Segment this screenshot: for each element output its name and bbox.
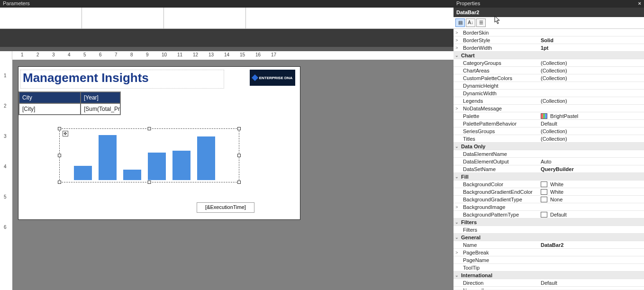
property-row[interactable]: >BorderSkin [454,29,644,36]
expand-icon[interactable]: > [454,106,460,111]
property-row[interactable]: DynamicWidth [454,90,644,97]
selected-object-name[interactable]: DataBar2 [454,8,644,17]
property-row[interactable]: Filters [454,226,644,234]
property-value[interactable]: 1pt [539,45,644,51]
expand-icon[interactable]: ⌄ [454,53,460,58]
property-row[interactable]: NumeralLanguage [454,287,644,290]
resize-handle[interactable] [58,181,61,184]
property-row[interactable]: DataSetNameQueryBuilder [454,165,644,173]
expand-icon[interactable]: ⌄ [454,273,460,278]
property-row[interactable]: BackgroundColorWhite [454,181,644,188]
property-row[interactable]: ChartAreas(Collection) [454,67,644,74]
property-value[interactable]: (Collection) [539,128,644,134]
move-grip-icon[interactable]: ✥ [63,131,68,136]
properties-list[interactable]: >BorderSkin>BorderStyleSolid>BorderWidth… [454,29,644,290]
property-row[interactable]: NameDataBar2 [454,241,644,249]
property-category[interactable]: ⌄Chart [454,52,644,59]
property-category[interactable]: ⌄General [454,234,644,241]
categorized-button[interactable]: ▤ [455,18,465,27]
report-body[interactable]: Management Insights ENTERPRISE DNA City … [18,66,300,220]
property-row[interactable]: DynamicHeight [454,82,644,90]
property-value[interactable]: Default [539,212,644,218]
property-row[interactable]: Legends(Collection) [454,97,644,105]
expand-icon[interactable]: ⌄ [454,220,460,225]
parameter-cell[interactable] [0,8,82,29]
property-row[interactable]: >BackgroundImage [454,203,644,211]
property-value[interactable]: QueryBuilder [539,166,644,172]
property-value[interactable]: Default [539,280,644,286]
property-value[interactable]: (Collection) [539,68,644,73]
expand-icon[interactable]: ⌄ [454,235,460,240]
parameters-title: Parameters [3,0,30,6]
property-row[interactable]: ToolTip [454,264,644,272]
property-category[interactable]: ⌄Data Only [454,143,644,150]
expand-icon[interactable]: ⌄ [454,174,460,179]
property-row[interactable]: Titles(Collection) [454,135,644,143]
property-value[interactable]: Auto [539,159,644,164]
property-row[interactable]: >NoDataMessage [454,105,644,112]
property-value[interactable]: (Collection) [539,98,644,104]
alphabetical-button[interactable]: A↓ [466,18,475,27]
property-value[interactable]: (Collection) [539,60,644,66]
parameters-grid[interactable] [0,8,454,29]
property-pages-button[interactable]: ☰ [476,18,486,27]
parameter-cell[interactable] [246,8,454,29]
expand-icon[interactable]: > [454,30,460,35]
expand-icon[interactable]: > [454,205,460,209]
property-value[interactable]: (Collection) [539,136,644,142]
resize-handle[interactable] [237,154,241,157]
expand-icon[interactable]: > [454,45,460,50]
report-title-textbox[interactable]: Management Insights [20,70,224,89]
property-row[interactable]: PaletteBrightPastel [454,112,644,120]
property-row[interactable]: SeriesGroups(Collection) [454,127,644,135]
property-value[interactable]: (Collection) [539,75,644,81]
tablix-header-city[interactable]: City [19,92,81,103]
logo-image[interactable]: ENTERPRISE DNA [250,70,295,86]
property-row[interactable]: DataElementName [454,150,644,158]
resize-handle[interactable] [237,181,241,184]
property-row[interactable]: PalettePatternBehaviorDefault [454,120,644,127]
property-value[interactable]: Solid [539,37,644,43]
property-value[interactable]: White [539,181,644,187]
property-row[interactable]: CustomPaletteColors(Collection) [454,74,644,82]
tablix[interactable]: City [Year] [City] [Sum(Total_Pro [18,91,121,115]
resize-handle[interactable] [237,127,241,130]
property-category[interactable]: ⌄Filters [454,218,644,226]
tablix-cell-total[interactable]: [Sum(Total_Pro [81,103,120,115]
property-value[interactable]: None [539,197,644,202]
property-row[interactable]: >BorderStyleSolid [454,36,644,44]
property-row[interactable]: BackgroundPatternTypeDefault [454,211,644,218]
databar-chart-selected[interactable]: ✥ [59,128,239,182]
property-row[interactable]: >BorderWidth1pt [454,44,644,52]
property-row[interactable]: >PageBreak [454,249,644,256]
resize-handle[interactable] [58,127,61,130]
property-row[interactable]: DirectionDefault [454,279,644,287]
property-category[interactable]: ⌄Fill [454,173,644,181]
property-row[interactable]: BackgroundGradientEndColorWhite [454,188,644,196]
parameter-cell[interactable] [164,8,246,29]
expand-icon[interactable]: ⌄ [454,144,460,149]
property-row[interactable]: BackgroundGradientTypeNone [454,196,644,203]
property-label: BackgroundPatternType [460,212,539,218]
ruler-tick: 1 [4,73,7,78]
execution-time-textbox[interactable]: [&ExecutionTime] [197,202,254,213]
ruler-tick: 1 [21,52,24,57]
design-canvas[interactable]: Management Insights ENTERPRISE DNA City … [12,60,454,290]
resize-handle[interactable] [58,154,61,157]
property-category[interactable]: ⌄International [454,272,644,279]
parameter-cell[interactable] [82,8,164,29]
property-value[interactable]: Default [539,121,644,127]
expand-icon[interactable]: > [454,250,460,255]
property-row[interactable]: DataElementOutputAuto [454,158,644,165]
expand-icon[interactable]: > [454,38,460,43]
resize-handle[interactable] [148,181,151,184]
property-value[interactable]: White [539,189,644,195]
resize-handle[interactable] [148,127,151,130]
property-value[interactable]: DataBar2 [539,242,644,248]
property-row[interactable]: CategoryGroups(Collection) [454,59,644,67]
close-icon[interactable]: × [638,0,641,7]
property-row[interactable]: PageName [454,256,644,264]
tablix-header-year[interactable]: [Year] [81,92,120,103]
tablix-cell-city[interactable]: [City] [19,103,81,115]
property-value[interactable]: BrightPastel [539,113,644,119]
